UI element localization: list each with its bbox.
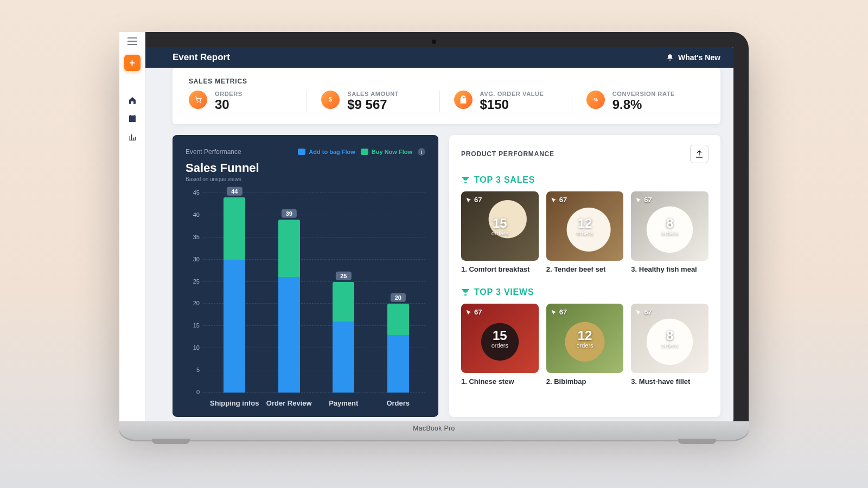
product-orders-count: 8 <box>666 328 673 343</box>
event-performance-label: Event Performance <box>186 148 241 156</box>
metric-label: ORDERS <box>215 91 242 97</box>
product-views-badge: 67 <box>465 308 482 316</box>
product-caption: 3. Must-have fillet <box>631 377 709 386</box>
chart-bar-add-to-bag <box>224 260 245 393</box>
metric-value: $9 567 <box>347 97 399 112</box>
page-title: Event Report <box>173 52 230 63</box>
metric-label: CONVERSION RATE <box>612 91 675 97</box>
metric-value: 9.8% <box>612 97 675 112</box>
chart-xaxis-label: Orders <box>371 399 426 407</box>
cursor-icon <box>465 196 472 203</box>
product-caption: 3. Healthy fish meal <box>631 265 709 273</box>
sales-metrics-heading: SALES METRICS <box>189 78 704 85</box>
svg-text:%: % <box>593 97 598 102</box>
metric-conversion-rate: % CONVERSION RATE 9.8% <box>572 91 704 112</box>
product-orders-count: 15 <box>493 216 507 231</box>
chart-title: Sales Funnel <box>186 161 425 175</box>
chart-xaxis-label: Order Review <box>262 399 317 407</box>
calendar-icon[interactable] <box>135 114 137 123</box>
top-sales-row: 6715orders1. Comfort breakfast6712orders… <box>461 191 709 273</box>
product-card[interactable]: 678orders3. Healthy fish meal <box>631 191 709 273</box>
product-orders-count: 12 <box>578 216 592 231</box>
chart-bar[interactable]: 44 <box>224 193 245 393</box>
metric-value: 30 <box>215 97 242 112</box>
chart-bar-buy-now <box>333 282 354 322</box>
cursor-icon <box>635 309 642 315</box>
product-views-badge: 67 <box>635 308 652 316</box>
upload-icon <box>695 150 704 158</box>
bell-icon <box>666 54 674 61</box>
sales-metrics-card: SALES METRICS ORDERS 30 <box>173 68 720 124</box>
chart-bar-add-to-bag <box>333 322 354 393</box>
product-performance-header: PRODUCT PERFORMANCE <box>461 145 709 163</box>
chart-bar[interactable]: 25 <box>333 193 354 393</box>
product-image: 678orders <box>631 304 709 373</box>
home-icon[interactable] <box>135 96 137 105</box>
product-performance-card: PRODUCT PERFORMANCE TOP 3 SAL <box>449 135 720 417</box>
sidebar: + <box>135 47 145 421</box>
panels-row: Event Performance Add to bag Flow Buy No… <box>173 135 720 417</box>
conversion-rate-icon: % <box>586 91 605 109</box>
cursor-icon <box>551 309 557 315</box>
chart-plot: 051015202530354045 44392520 <box>186 193 425 393</box>
product-caption: 2. Tender beef set <box>546 265 624 273</box>
chart-bar-buy-now <box>387 304 409 335</box>
product-views-badge: 67 <box>551 196 567 204</box>
product-views-badge: 67 <box>635 196 652 204</box>
legend-add-to-bag: Add to bag Flow <box>298 149 355 155</box>
chart-legend: Add to bag Flow Buy Now Flow i <box>298 148 425 156</box>
create-button[interactable]: + <box>135 55 141 71</box>
product-orders-count: 15 <box>493 328 507 343</box>
legend-add-to-bag-label: Add to bag Flow <box>309 149 355 155</box>
product-performance-heading: PRODUCT PERFORMANCE <box>461 150 554 158</box>
laptop-camera <box>432 40 436 44</box>
app-screen: Event Report What's New + <box>135 47 733 421</box>
chart-bar-total-label: 25 <box>336 271 351 280</box>
legend-swatch-blue <box>298 149 305 155</box>
chart-bar[interactable]: 39 <box>278 193 300 393</box>
product-image: 678orders <box>631 191 709 261</box>
product-card[interactable]: 6712orders2. Tender beef set <box>546 191 624 273</box>
laptop-bezel: Event Report What's New + <box>119 32 749 421</box>
product-orders-label: orders <box>492 342 508 349</box>
metric-avg-order-value: AVG. ORDER VALUE $150 <box>439 91 572 112</box>
product-card[interactable]: 6715orders1. Chinese stew <box>461 304 539 386</box>
product-orders-label: orders <box>576 230 593 236</box>
chart-bars: 44392520 <box>207 193 425 393</box>
chart-bar-total-label: 39 <box>282 209 297 218</box>
product-views-badge: 67 <box>551 308 567 316</box>
top-views-row: 6715orders1. Chinese stew6712orders2. Bi… <box>461 304 709 386</box>
chart-bar-add-to-bag <box>387 335 409 393</box>
product-image: 6715orders <box>461 304 539 373</box>
product-orders-label: orders <box>661 230 678 236</box>
chart-subtitle: Based on unique views <box>186 176 425 182</box>
chart-xaxis: Shipping infosOrder ReviewPaymentOrders <box>186 399 425 407</box>
cursor-icon <box>635 196 642 203</box>
chart-bar[interactable]: 20 <box>387 193 409 393</box>
product-card[interactable]: 6715orders1. Comfort breakfast <box>461 191 539 273</box>
product-card[interactable]: 6712orders2. Bibimbap <box>546 304 624 386</box>
product-image: 6712orders <box>546 304 624 373</box>
workspace: SALES METRICS ORDERS 30 <box>135 68 733 421</box>
product-caption: 1. Comfort breakfast <box>461 265 539 273</box>
cursor-icon <box>551 196 557 203</box>
product-orders-label: orders <box>661 342 678 349</box>
whats-new-label: What's New <box>678 53 720 62</box>
chart-bar-buy-now <box>224 197 245 259</box>
product-card[interactable]: 678orders3. Must-have fillet <box>631 304 709 386</box>
laptop-foot <box>678 439 716 444</box>
laptop-frame: Event Report What's New + <box>119 32 749 440</box>
chart-header: Event Performance Add to bag Flow Buy No… <box>186 148 425 156</box>
laptop-foot <box>152 439 190 444</box>
whats-new-button[interactable]: What's New <box>666 53 720 62</box>
product-orders-count: 8 <box>666 216 673 231</box>
export-button[interactable] <box>690 145 709 163</box>
info-icon[interactable]: i <box>418 148 425 156</box>
chart-bar-total-label: 20 <box>391 293 406 302</box>
svg-text:$: $ <box>329 97 332 102</box>
product-caption: 2. Bibimbap <box>546 377 624 386</box>
metric-orders: ORDERS 30 <box>189 91 307 112</box>
metric-value: $150 <box>480 97 544 112</box>
trophy-icon <box>461 176 470 184</box>
reports-icon[interactable] <box>135 133 137 142</box>
